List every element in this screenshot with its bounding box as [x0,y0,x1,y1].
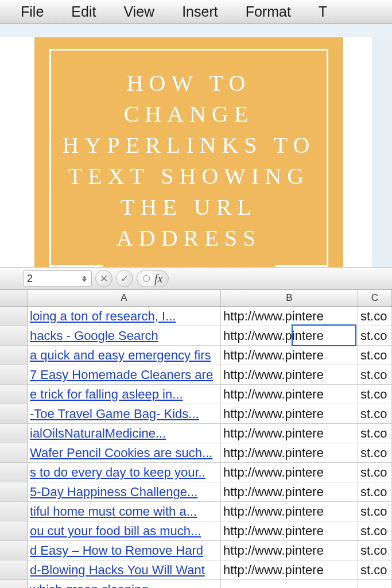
cell-a[interactable]: ou cut your food bill as much... [28,521,221,540]
column-header-a[interactable]: A [28,290,221,306]
row-header[interactable] [0,346,28,365]
cell-c[interactable]: st.co [358,385,392,404]
cell-c[interactable]: st.co [358,346,392,365]
cell-b[interactable]: http://www.pintere [221,482,358,501]
cell-c[interactable]: st.co [358,307,392,326]
cell-a[interactable]: which green cleaning [28,580,221,588]
cancel-button[interactable]: ✕ [95,270,112,287]
cell-b[interactable]: http://www.pintere [221,521,358,540]
column-header-b[interactable]: B [221,290,358,306]
menu-file[interactable]: File [21,3,44,20]
confirm-button[interactable]: ✓ [116,270,133,287]
cell-b[interactable]: http://www.pintere [221,424,358,443]
row-header[interactable] [0,443,28,462]
table-row: hacks - Google Searchhttp://www.pinteres… [0,326,392,346]
check-icon: ✓ [121,273,129,285]
table-row: s to do every day to keep your..http://w… [0,463,392,482]
cell-a[interactable]: hacks - Google Search [28,326,221,345]
cell-b[interactable]: http://www.pintere [221,307,358,326]
cell-c[interactable]: st.co [358,404,392,423]
menu-insert[interactable]: Insert [182,3,218,20]
cell-b[interactable]: http://www.pintere [221,443,358,462]
cell-c[interactable]: st.co [358,560,392,579]
fx-label: fx [154,272,162,285]
menu-format[interactable]: Format [246,3,291,20]
spreadsheet-grid: loing a ton of research, I...http://www.… [0,307,392,588]
cell-a[interactable]: d Easy – How to Remove Hard [28,541,221,560]
table-row: e trick for falling asleep in...http://w… [0,385,392,404]
table-row: tiful home must come with a...http://www… [0,502,392,521]
cell-a[interactable]: loing a ton of research, I... [28,307,221,326]
cell-c[interactable]: st.co [358,541,392,560]
cell-b[interactable]: http://www.pintere [221,463,358,482]
table-row: ou cut your food bill as much...http://w… [0,521,392,541]
row-header[interactable] [0,521,28,540]
row-header[interactable] [0,326,28,345]
row-header[interactable] [0,463,28,482]
select-all-corner[interactable] [0,290,28,306]
cell-c[interactable]: st.co [358,482,392,501]
name-box-value: 2 [27,273,33,285]
hero-left-margin [0,37,34,267]
cell-c[interactable]: st.co [358,502,392,521]
cell-a[interactable]: e trick for falling asleep in... [28,385,221,404]
menu-bar: File Edit View Insert Format T [0,0,392,24]
table-row: d Easy – How to Remove Hardhttp://www.pi… [0,541,392,560]
table-row: ialOilsNaturalMedicine...http://www.pint… [0,424,392,443]
cell-b[interactable]: http://www.pintere [221,385,358,404]
close-icon: ✕ [100,273,108,285]
table-row: 7 Easy Homemade Cleaners arehttp://www.p… [0,365,392,385]
cell-b[interactable]: http://www.pintere [221,502,358,521]
column-header-c[interactable]: C [358,290,392,306]
name-box-stepper[interactable] [81,276,88,282]
table-row: -Toe Travel Game Bag- Kids...http://www.… [0,404,392,424]
menu-edit[interactable]: Edit [71,3,96,20]
column-header-row: A B C [0,290,392,307]
cell-a[interactable]: 5-Day Happiness Challenge... [28,482,221,501]
row-header[interactable] [0,404,28,423]
cell-a[interactable]: tiful home must come with a... [28,502,221,521]
cell-a[interactable]: d-Blowing Hacks You Will Want [28,560,221,579]
cell-a[interactable]: -Toe Travel Game Bag- Kids... [28,404,221,423]
row-header[interactable] [0,580,28,588]
cell-c[interactable] [358,580,392,588]
cell-c[interactable]: st.co [358,443,392,462]
cell-c[interactable]: st.co [358,521,392,540]
cell-a[interactable]: s to do every day to keep your.. [28,463,221,482]
table-row: d-Blowing Hacks You Will Wanthttp://www.… [0,560,392,580]
row-header[interactable] [0,385,28,404]
cell-b[interactable]: http://www.pintere [221,326,358,345]
cell-b[interactable] [221,580,358,588]
table-row: Wafer Pencil Cookies are such...http://w… [0,443,392,463]
cell-c[interactable]: st.co [358,424,392,443]
name-box[interactable]: 2 [23,270,92,287]
cell-a[interactable]: ialOilsNaturalMedicine... [28,424,221,443]
cell-c[interactable]: st.co [358,365,392,384]
cell-a[interactable]: Wafer Pencil Cookies are such... [28,443,221,462]
cell-b[interactable]: http://www.pintere [221,541,358,560]
chevron-up-icon [82,276,87,278]
cell-a[interactable]: a quick and easy emergency firs [28,346,221,365]
row-header[interactable] [0,365,28,384]
hero-card: HOW TO CHANGE HYPERLINKS TO TEXT SHOWING… [34,37,343,267]
cell-c[interactable]: st.co [358,463,392,482]
cell-c[interactable]: st.co [358,326,392,345]
row-header[interactable] [0,502,28,521]
menu-view[interactable]: View [123,3,154,20]
cell-b[interactable]: http://www.pintere [221,365,358,384]
cell-b[interactable]: http://www.pintere [221,404,358,423]
row-header[interactable] [0,482,28,501]
cell-a[interactable]: 7 Easy Homemade Cleaners are [28,365,221,384]
cell-b[interactable]: http://www.pintere [221,346,358,365]
row-header[interactable] [0,424,28,443]
row-header[interactable] [0,307,28,326]
menu-tools-cut[interactable]: T [319,3,327,20]
table-row: which green cleaning [0,580,392,588]
row-header[interactable] [0,541,28,560]
cell-b[interactable]: http://www.pintere [221,560,358,579]
fx-button[interactable]: fx [137,270,169,287]
table-row: a quick and easy emergency firshttp://ww… [0,346,392,365]
table-row: loing a ton of research, I...http://www.… [0,307,392,326]
hero-title: HOW TO CHANGE HYPERLINKS TO TEXT SHOWING… [51,51,327,254]
row-header[interactable] [0,560,28,579]
